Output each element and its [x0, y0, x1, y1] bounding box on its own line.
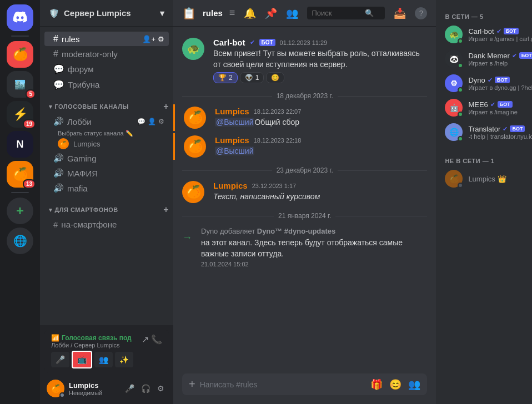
members-sidebar: В СЕТИ — 5 🐢 Carl-bot ✔ БОТ Играет в /ga…: [436, 0, 532, 404]
channel-forum-icon: 💬: [53, 64, 64, 74]
server-separator: [11, 36, 29, 37]
user-avatar: 🍊: [47, 380, 64, 397]
channel-hash-icon: #: [53, 34, 58, 44]
add-member-icon[interactable]: 👤+: [142, 35, 155, 43]
server-icon-2[interactable]: 🏙️ 5: [7, 71, 33, 98]
emoji-icon[interactable]: 😊: [389, 378, 401, 391]
voice-effects-button[interactable]: ✨: [115, 352, 133, 367]
message-group-lumpics-1: 🍊 Lumpics 18.12.2023 22:07 @ВысшийОбщий …: [173, 104, 436, 131]
server-icon-1[interactable]: 🍊: [7, 41, 33, 68]
search-input[interactable]: [312, 9, 362, 17]
dank-member-name: Dank Memer ✔ БОТ: [468, 52, 532, 60]
members-icon[interactable]: 👥: [286, 7, 298, 19]
member-dyno[interactable]: ⚙ Dyno ✔ БОТ Играет в dyno.gg | ?help: [440, 71, 532, 95]
voice-mafia-label: МАФИЯ: [67, 169, 98, 178]
server-header[interactable]: 🛡️ Сервер Lumpics ▾: [40, 0, 173, 27]
add-mobile-channel-button[interactable]: +: [163, 205, 169, 215]
user-status-label: Невидимый: [69, 390, 118, 396]
headphones-button[interactable]: 🎧: [139, 383, 153, 394]
voice-channel-lobby[interactable]: 🔊 Лобби 💬 👤 ⚙: [44, 114, 169, 129]
member-translator[interactable]: 🌐 Translator ✔ БОТ -t help | translator.…: [440, 120, 532, 144]
voice-category-label: ГОЛОСОВЫЕ КАНАЛЫ: [55, 103, 129, 110]
channel-forum-label: форум: [68, 64, 94, 74]
channel-hash-icon-2: #: [53, 49, 58, 59]
member-mee6[interactable]: 🤖 MEE6 ✔ БОТ Играет в /imagine: [440, 95, 532, 120]
member-lumpics-offline[interactable]: 🍊 Lumpics 👑: [440, 166, 532, 191]
voice-screen-share-button[interactable]: 📺: [72, 351, 92, 368]
dank-online-dot: [458, 63, 463, 68]
mobile-category[interactable]: ▾ ДЛЯ СМАРТФОНОВ +: [40, 196, 173, 217]
carlbot-member-name: Carl-bot ✔ БОТ: [468, 27, 532, 36]
voice-gaming-label: Gaming: [67, 154, 97, 163]
translator-online-dot: [458, 136, 463, 142]
channel-tribuna[interactable]: 💬 Трибуна: [44, 77, 169, 92]
channel-rules[interactable]: # rules 👤+ ⚙: [44, 32, 169, 46]
message-group-lumpics-3: 🍊 Lumpics 23.12.2023 1:17 Текст, написан…: [173, 179, 436, 205]
lumpics-message-2-time: 18.12.2023 22:18: [254, 137, 302, 144]
threads-icon[interactable]: ≡: [229, 7, 235, 19]
discord-home-button[interactable]: [7, 4, 33, 31]
voice-members-button[interactable]: 👥: [94, 352, 113, 367]
voice-mute-button[interactable]: 🎤: [51, 352, 69, 367]
pin-icon[interactable]: 📌: [265, 7, 277, 19]
server-icon-lumpics[interactable]: 🍊 13: [7, 161, 33, 188]
lumpics-author-3: Lumpics: [213, 181, 248, 190]
settings-icon[interactable]: ⚙: [158, 35, 164, 43]
help-icon[interactable]: ?: [415, 7, 427, 19]
member-carlbot[interactable]: 🐢 Carl-bot ✔ БОТ Играет в /games | carl.…: [440, 22, 532, 47]
settings-button[interactable]: ⚙: [155, 383, 167, 394]
dyno-member-avatar: ⚙: [445, 74, 463, 92]
reaction-alien[interactable]: 👽 1: [240, 72, 264, 83]
voice-expand-button[interactable]: ↗: [142, 334, 149, 345]
lumpics-message-3-header: Lumpics 23.12.2023 1:17: [213, 181, 427, 190]
voice-gaming-icon: 🔊: [53, 153, 64, 163]
lobby-activity-icon[interactable]: 💬: [137, 118, 145, 125]
carlbot-author: Carl-bot: [213, 38, 245, 47]
voice-connected-label: Голосовая связь под: [62, 334, 132, 342]
lobby-status-text: Выбрать статус канала ✏️: [40, 130, 173, 137]
dyno-check: ✔: [488, 77, 493, 84]
channel-mobile[interactable]: # на-смартфоне: [44, 218, 169, 231]
notifications-icon[interactable]: 🔔: [244, 7, 256, 19]
inbox-icon[interactable]: 📥: [394, 7, 406, 19]
gif-icon[interactable]: 👥: [408, 378, 420, 391]
carlbot-member-badge: БОТ: [504, 28, 519, 34]
server-icon-3[interactable]: ⚡ 19: [7, 101, 33, 128]
mee6-member-name: MEE6 ✔ БОТ: [468, 100, 532, 109]
voice-disconnect-button[interactable]: 📞: [151, 334, 162, 345]
server-badge-lumpics: 13: [23, 179, 36, 189]
add-file-icon[interactable]: +: [189, 378, 195, 391]
channel-actions: 👤+ ⚙: [142, 35, 164, 43]
voice-channel-mafia[interactable]: 🔊 МАФИЯ: [44, 166, 169, 180]
lumpics-crown-icon: 👑: [498, 175, 506, 183]
gift-icon[interactable]: 🎁: [370, 378, 383, 391]
channel-moderator-only[interactable]: # moderator-only: [44, 47, 169, 61]
reaction-trophy[interactable]: 🏆 2: [213, 72, 238, 83]
channel-forum[interactable]: 💬 форум: [44, 62, 169, 77]
mention-vysshiy-1[interactable]: @Высший: [215, 118, 254, 127]
chat-input[interactable]: [200, 380, 367, 389]
discover-button[interactable]: 🌐: [7, 228, 33, 254]
lumpics-message-1-content: Lumpics 18.12.2023 22:07 @ВысшийОбщий сб…: [215, 107, 427, 129]
lumpics-member-name: Lumpics 👑: [468, 175, 532, 183]
server-icon-4[interactable]: N: [7, 131, 33, 158]
messages-area: 🐢 Carl-bot ✔ БОТ 01.12.2023 11:29 Всем п…: [173, 27, 436, 373]
add-server-button[interactable]: +: [7, 198, 33, 224]
search-box[interactable]: 🔍: [307, 7, 385, 19]
reaction-smile[interactable]: 😊: [266, 72, 284, 83]
voice-category[interactable]: ▾ ГОЛОСОВЫЕ КАНАЛЫ +: [40, 93, 173, 114]
dyno-message-content: Dyno добавляет Dyno™ #dyno-updates на эт…: [201, 226, 427, 267]
mobile-category-label: ДЛЯ СМАРТФОНОВ: [55, 206, 118, 213]
member-dank[interactable]: 🐼 Dank Memer ✔ БОТ Играет в /help: [440, 47, 532, 71]
lumpics-message-3-time: 23.12.2023 1:17: [252, 183, 297, 189]
mention-vysshiy-2[interactable]: @Высший: [215, 147, 254, 155]
chat-input-area: + 🎁 😊 👥: [173, 373, 436, 404]
lobby-settings-icon[interactable]: ⚙: [158, 118, 164, 125]
voice-channel-mafia2[interactable]: 🔊 mafia: [44, 181, 169, 195]
add-voice-channel-button[interactable]: +: [163, 102, 169, 112]
lobby-members-icon[interactable]: 👤: [148, 118, 156, 125]
voice-channel-gaming[interactable]: 🔊 Gaming: [44, 151, 169, 165]
mee6-online-dot: [458, 112, 463, 117]
chat-header: 📋 rules ≡ 🔔 📌 👥 🔍 📥 ?: [173, 0, 436, 27]
mic-button[interactable]: 🎤: [123, 383, 137, 394]
